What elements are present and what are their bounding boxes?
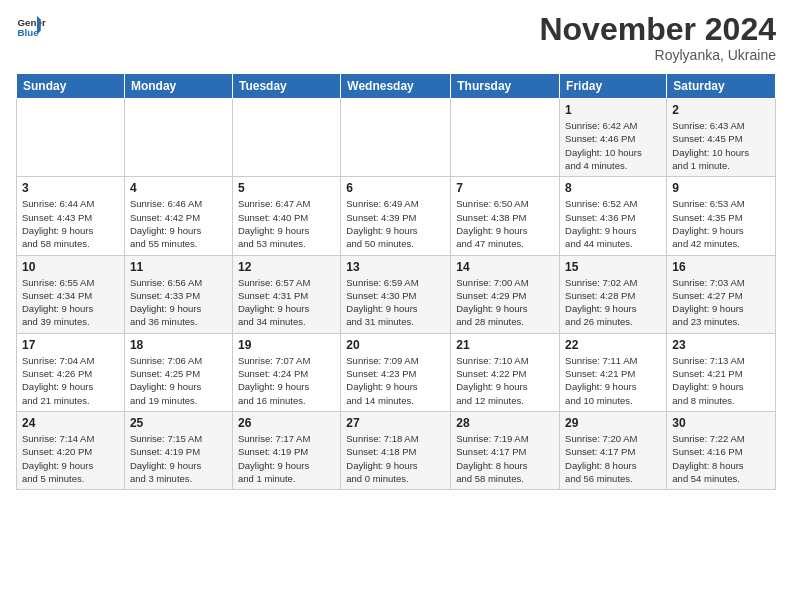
day-info: Sunrise: 6:49 AM Sunset: 4:39 PM Dayligh… [346, 197, 445, 250]
calendar-cell: 7Sunrise: 6:50 AM Sunset: 4:38 PM Daylig… [451, 177, 560, 255]
calendar-cell [17, 99, 125, 177]
day-info: Sunrise: 6:46 AM Sunset: 4:42 PM Dayligh… [130, 197, 227, 250]
calendar-cell: 27Sunrise: 7:18 AM Sunset: 4:18 PM Dayli… [341, 411, 451, 489]
weekday-header-sunday: Sunday [17, 74, 125, 99]
calendar-cell: 12Sunrise: 6:57 AM Sunset: 4:31 PM Dayli… [232, 255, 340, 333]
day-number: 11 [130, 260, 227, 274]
calendar-cell: 29Sunrise: 7:20 AM Sunset: 4:17 PM Dayli… [560, 411, 667, 489]
calendar-cell: 6Sunrise: 6:49 AM Sunset: 4:39 PM Daylig… [341, 177, 451, 255]
day-info: Sunrise: 7:04 AM Sunset: 4:26 PM Dayligh… [22, 354, 119, 407]
day-info: Sunrise: 7:19 AM Sunset: 4:17 PM Dayligh… [456, 432, 554, 485]
calendar-cell: 15Sunrise: 7:02 AM Sunset: 4:28 PM Dayli… [560, 255, 667, 333]
calendar-cell: 3Sunrise: 6:44 AM Sunset: 4:43 PM Daylig… [17, 177, 125, 255]
day-number: 13 [346, 260, 445, 274]
day-number: 19 [238, 338, 335, 352]
calendar-cell: 28Sunrise: 7:19 AM Sunset: 4:17 PM Dayli… [451, 411, 560, 489]
day-number: 15 [565, 260, 661, 274]
day-number: 23 [672, 338, 770, 352]
calendar-cell: 22Sunrise: 7:11 AM Sunset: 4:21 PM Dayli… [560, 333, 667, 411]
day-number: 6 [346, 181, 445, 195]
calendar-cell: 14Sunrise: 7:00 AM Sunset: 4:29 PM Dayli… [451, 255, 560, 333]
day-number: 2 [672, 103, 770, 117]
day-info: Sunrise: 6:43 AM Sunset: 4:45 PM Dayligh… [672, 119, 770, 172]
weekday-header-saturday: Saturday [667, 74, 776, 99]
svg-text:General: General [18, 17, 47, 28]
day-number: 12 [238, 260, 335, 274]
calendar-table: SundayMondayTuesdayWednesdayThursdayFrid… [16, 73, 776, 490]
calendar-cell: 23Sunrise: 7:13 AM Sunset: 4:21 PM Dayli… [667, 333, 776, 411]
calendar-cell [341, 99, 451, 177]
day-info: Sunrise: 6:47 AM Sunset: 4:40 PM Dayligh… [238, 197, 335, 250]
day-info: Sunrise: 6:52 AM Sunset: 4:36 PM Dayligh… [565, 197, 661, 250]
day-info: Sunrise: 7:06 AM Sunset: 4:25 PM Dayligh… [130, 354, 227, 407]
day-number: 5 [238, 181, 335, 195]
day-info: Sunrise: 7:20 AM Sunset: 4:17 PM Dayligh… [565, 432, 661, 485]
calendar-cell: 21Sunrise: 7:10 AM Sunset: 4:22 PM Dayli… [451, 333, 560, 411]
day-info: Sunrise: 6:53 AM Sunset: 4:35 PM Dayligh… [672, 197, 770, 250]
day-info: Sunrise: 7:11 AM Sunset: 4:21 PM Dayligh… [565, 354, 661, 407]
day-number: 4 [130, 181, 227, 195]
month-title: November 2024 [539, 12, 776, 47]
page-header: General Blue November 2024 Roylyanka, Uk… [16, 12, 776, 63]
logo-icon: General Blue [16, 12, 46, 42]
svg-text:Blue: Blue [18, 27, 40, 38]
day-number: 3 [22, 181, 119, 195]
day-number: 21 [456, 338, 554, 352]
day-number: 9 [672, 181, 770, 195]
weekday-header-thursday: Thursday [451, 74, 560, 99]
day-info: Sunrise: 6:50 AM Sunset: 4:38 PM Dayligh… [456, 197, 554, 250]
calendar-cell: 10Sunrise: 6:55 AM Sunset: 4:34 PM Dayli… [17, 255, 125, 333]
day-number: 30 [672, 416, 770, 430]
day-number: 14 [456, 260, 554, 274]
day-info: Sunrise: 6:42 AM Sunset: 4:46 PM Dayligh… [565, 119, 661, 172]
calendar-cell: 19Sunrise: 7:07 AM Sunset: 4:24 PM Dayli… [232, 333, 340, 411]
logo: General Blue [16, 12, 46, 42]
calendar-cell: 16Sunrise: 7:03 AM Sunset: 4:27 PM Dayli… [667, 255, 776, 333]
calendar-cell: 17Sunrise: 7:04 AM Sunset: 4:26 PM Dayli… [17, 333, 125, 411]
day-number: 8 [565, 181, 661, 195]
calendar-cell: 4Sunrise: 6:46 AM Sunset: 4:42 PM Daylig… [124, 177, 232, 255]
day-info: Sunrise: 7:18 AM Sunset: 4:18 PM Dayligh… [346, 432, 445, 485]
calendar-cell: 18Sunrise: 7:06 AM Sunset: 4:25 PM Dayli… [124, 333, 232, 411]
day-number: 16 [672, 260, 770, 274]
day-info: Sunrise: 7:09 AM Sunset: 4:23 PM Dayligh… [346, 354, 445, 407]
day-number: 10 [22, 260, 119, 274]
calendar-cell: 20Sunrise: 7:09 AM Sunset: 4:23 PM Dayli… [341, 333, 451, 411]
weekday-header-tuesday: Tuesday [232, 74, 340, 99]
day-number: 17 [22, 338, 119, 352]
day-number: 28 [456, 416, 554, 430]
title-block: November 2024 Roylyanka, Ukraine [539, 12, 776, 63]
day-info: Sunrise: 7:02 AM Sunset: 4:28 PM Dayligh… [565, 276, 661, 329]
day-number: 24 [22, 416, 119, 430]
calendar-cell: 8Sunrise: 6:52 AM Sunset: 4:36 PM Daylig… [560, 177, 667, 255]
calendar-cell: 11Sunrise: 6:56 AM Sunset: 4:33 PM Dayli… [124, 255, 232, 333]
weekday-header-friday: Friday [560, 74, 667, 99]
calendar-cell: 26Sunrise: 7:17 AM Sunset: 4:19 PM Dayli… [232, 411, 340, 489]
calendar-cell: 2Sunrise: 6:43 AM Sunset: 4:45 PM Daylig… [667, 99, 776, 177]
day-number: 18 [130, 338, 227, 352]
day-info: Sunrise: 7:10 AM Sunset: 4:22 PM Dayligh… [456, 354, 554, 407]
calendar-cell [232, 99, 340, 177]
day-number: 29 [565, 416, 661, 430]
day-number: 27 [346, 416, 445, 430]
calendar-cell: 13Sunrise: 6:59 AM Sunset: 4:30 PM Dayli… [341, 255, 451, 333]
day-info: Sunrise: 7:17 AM Sunset: 4:19 PM Dayligh… [238, 432, 335, 485]
day-number: 7 [456, 181, 554, 195]
day-number: 25 [130, 416, 227, 430]
calendar-cell [451, 99, 560, 177]
calendar-cell: 9Sunrise: 6:53 AM Sunset: 4:35 PM Daylig… [667, 177, 776, 255]
day-number: 26 [238, 416, 335, 430]
day-info: Sunrise: 7:15 AM Sunset: 4:19 PM Dayligh… [130, 432, 227, 485]
day-number: 1 [565, 103, 661, 117]
calendar-cell: 24Sunrise: 7:14 AM Sunset: 4:20 PM Dayli… [17, 411, 125, 489]
day-info: Sunrise: 7:22 AM Sunset: 4:16 PM Dayligh… [672, 432, 770, 485]
day-info: Sunrise: 7:14 AM Sunset: 4:20 PM Dayligh… [22, 432, 119, 485]
day-number: 22 [565, 338, 661, 352]
day-info: Sunrise: 6:59 AM Sunset: 4:30 PM Dayligh… [346, 276, 445, 329]
calendar-cell: 30Sunrise: 7:22 AM Sunset: 4:16 PM Dayli… [667, 411, 776, 489]
day-number: 20 [346, 338, 445, 352]
day-info: Sunrise: 6:56 AM Sunset: 4:33 PM Dayligh… [130, 276, 227, 329]
day-info: Sunrise: 6:57 AM Sunset: 4:31 PM Dayligh… [238, 276, 335, 329]
day-info: Sunrise: 6:44 AM Sunset: 4:43 PM Dayligh… [22, 197, 119, 250]
day-info: Sunrise: 7:00 AM Sunset: 4:29 PM Dayligh… [456, 276, 554, 329]
